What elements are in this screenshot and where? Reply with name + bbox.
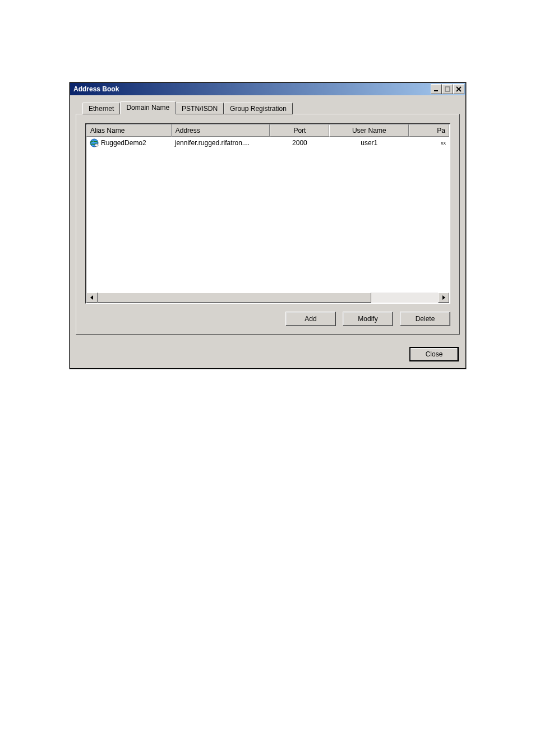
delete-button[interactable]: Delete [400,312,450,326]
tab-pstn-isdn[interactable]: PSTN/ISDN [176,103,224,114]
add-button[interactable]: Add [285,312,336,326]
scrollbar-track[interactable] [98,293,438,303]
cell-password-masked: xx [409,137,449,149]
cell-port: 2000 [270,137,329,149]
scrollbar-thumb[interactable] [98,293,371,303]
tab-control: Ethernet Domain Name PSTN/ISDN Group Reg… [76,101,460,335]
close-dialog-button[interactable]: Close [409,347,459,361]
maximize-button[interactable] [442,84,453,94]
scroll-left-button[interactable] [86,293,98,303]
tab-domain-name[interactable]: Domain Name [120,101,176,114]
minimize-icon [433,86,439,92]
maximize-icon [445,86,450,92]
scroll-right-button[interactable] [438,293,449,303]
window-system-buttons [431,84,464,94]
tab-group-registration[interactable]: Group Registration [224,103,293,114]
titlebar[interactable]: Address Book [70,83,465,95]
window-title: Address Book [73,85,431,93]
svg-rect-0 [434,90,438,91]
close-icon [456,86,462,92]
listview-body: RuggedDemo2 jennifer.rugged.rifatron....… [86,137,449,293]
cell-alias-name-text: RuggedDemo2 [101,139,146,147]
address-book-window: Address Book Ethernet Domain Name PSTN/I… [70,82,466,369]
address-listview[interactable]: Alias Name Address Port User Name Pa [85,123,450,304]
column-port[interactable]: Port [270,124,329,137]
modify-button[interactable]: Modify [343,312,393,326]
cell-user-name: user1 [329,137,409,149]
tab-strip: Ethernet Domain Name PSTN/ISDN Group Reg… [82,101,460,114]
column-user-name[interactable]: User Name [329,124,409,137]
close-button[interactable] [453,84,464,94]
column-password-truncated[interactable]: Pa [409,124,449,137]
client-area: Ethernet Domain Name PSTN/ISDN Group Reg… [70,95,465,340]
globe-icon [90,138,99,147]
list-item[interactable]: RuggedDemo2 jennifer.rugged.rifatron....… [86,137,449,149]
svg-rect-8 [97,145,98,145]
svg-rect-7 [96,145,97,145]
column-address[interactable]: Address [172,124,270,137]
cell-address: jennifer.rugged.rifatron.... [172,137,270,149]
triangle-right-icon [441,295,446,300]
button-row: Add Modify Delete [85,304,450,326]
svg-marker-10 [442,295,445,300]
svg-marker-9 [90,295,93,300]
svg-rect-1 [445,87,450,91]
horizontal-scrollbar[interactable] [86,293,449,303]
minimize-button[interactable] [431,84,442,94]
dialog-bottom-row: Close [70,340,465,368]
svg-rect-6 [96,145,96,145]
listview-header: Alias Name Address Port User Name Pa [86,124,449,137]
tab-ethernet[interactable]: Ethernet [82,103,120,114]
tab-page-domain-name: Alias Name Address Port User Name Pa [76,114,460,335]
cell-alias-name: RuggedDemo2 [86,137,172,149]
triangle-left-icon [90,295,94,300]
column-alias-name[interactable]: Alias Name [86,124,172,137]
